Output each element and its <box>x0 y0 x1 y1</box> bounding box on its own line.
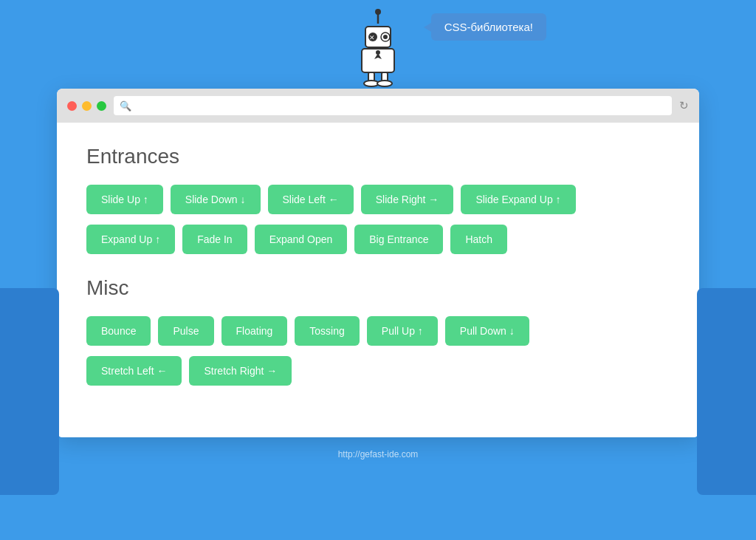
pulse-btn[interactable]: Pulse <box>158 316 213 346</box>
traffic-light-close[interactable] <box>67 101 77 111</box>
footer: http://gefast-ide.com <box>338 449 419 459</box>
footer-url: http://gefast-ide.com <box>338 449 419 459</box>
svg-point-9 <box>376 50 380 55</box>
svg-text:✕: ✕ <box>369 34 375 41</box>
side-decoration-right <box>697 288 756 495</box>
svg-point-1 <box>375 9 381 15</box>
speech-bubble: CSS-библиотека! <box>431 13 546 41</box>
traffic-light-maximize[interactable] <box>97 101 106 111</box>
entrances-row-1: Slide Up ↑ Slide Down ↓ Slide Left ← Sli… <box>86 185 670 214</box>
svg-point-6 <box>383 35 388 39</box>
pull-up-btn[interactable]: Pull Up ↑ <box>367 316 438 346</box>
browser-titlebar: 🔍 ↻ <box>57 89 699 123</box>
expand-open-btn[interactable]: Expand Open <box>255 225 348 254</box>
tossing-btn[interactable]: Tossing <box>295 316 359 346</box>
slide-left-btn[interactable]: Slide Left ← <box>268 185 354 214</box>
stretch-left-btn[interactable]: Stretch Left ← <box>86 356 182 386</box>
entrances-title: Entrances <box>86 145 670 168</box>
svg-point-13 <box>377 81 392 86</box>
pull-down-btn[interactable]: Pull Down ↓ <box>445 316 529 346</box>
slide-down-btn[interactable]: Slide Down ↓ <box>171 185 261 214</box>
search-icon: 🔍 <box>120 100 131 112</box>
browser-window: 🔍 ↻ Entrances Slide Up ↑ Slide Down ↓ Sl… <box>57 89 699 437</box>
misc-row-1: Bounce Pulse Floating Tossing Pull Up ↑ … <box>86 316 670 346</box>
traffic-lights <box>67 101 106 111</box>
slide-up-btn[interactable]: Slide Up ↑ <box>86 185 163 214</box>
slide-expand-up-btn[interactable]: Slide Expand Up ↑ <box>461 185 575 214</box>
traffic-light-minimize[interactable] <box>82 101 92 111</box>
misc-row-2: Stretch Left ← Stretch Right → <box>86 356 670 386</box>
address-bar: 🔍 <box>114 96 672 115</box>
floating-btn[interactable]: Floating <box>221 316 288 346</box>
robot-mascot: ✕ <box>337 7 419 89</box>
stretch-right-btn[interactable]: Stretch Right → <box>189 356 292 386</box>
big-entrance-btn[interactable]: Big Entrance <box>354 225 443 254</box>
entrances-section: Entrances Slide Up ↑ Slide Down ↓ Slide … <box>86 145 670 254</box>
top-area: ✕ CSS-библиотека! <box>0 0 756 89</box>
misc-section: Misc Bounce Pulse Floating Tossing Pull … <box>86 276 670 386</box>
misc-title: Misc <box>86 276 670 300</box>
hatch-btn[interactable]: Hatch <box>450 225 507 254</box>
entrances-row-2: Expand Up ↑ Fade In Expand Open Big Entr… <box>86 225 670 254</box>
reload-button[interactable]: ↻ <box>679 99 689 112</box>
bounce-btn[interactable]: Bounce <box>86 316 151 346</box>
fade-in-btn[interactable]: Fade In <box>182 225 247 254</box>
page-wrapper: ✕ CSS-библиотека! <box>0 0 756 540</box>
address-input[interactable] <box>136 100 666 112</box>
side-decoration-left <box>0 288 59 495</box>
expand-up-btn[interactable]: Expand Up ↑ <box>86 225 175 254</box>
browser-content: Entrances Slide Up ↑ Slide Down ↓ Slide … <box>57 123 699 437</box>
slide-right-btn[interactable]: Slide Right → <box>361 185 454 214</box>
